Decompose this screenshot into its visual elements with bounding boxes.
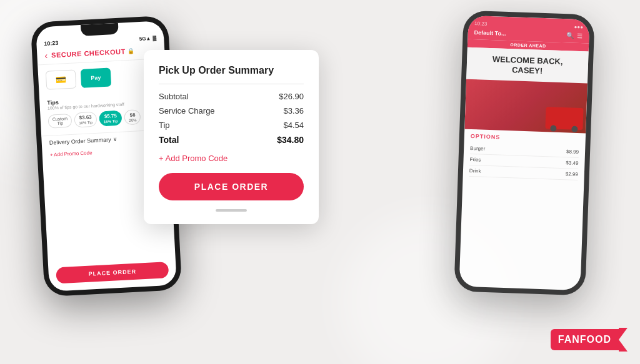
menu-item-1-price: $8.99 <box>566 149 579 155</box>
subtotal-row: Subtotal $26.90 <box>159 92 304 101</box>
tip-row: Tip $4.54 <box>159 121 304 130</box>
status-icons-left: 5G▲ ▓ <box>139 35 157 41</box>
right-status-bar: 10:23 ●●● <box>474 21 583 30</box>
place-order-button-left[interactable]: PLACE ORDER <box>56 262 169 283</box>
credit-card-option[interactable]: 💳 <box>46 69 77 89</box>
right-nav: Default To... 🔍 ☰ <box>474 29 583 39</box>
checkout-title: SECURE CHECKOUT <box>51 47 126 59</box>
tip-10-pct: 10% Tip <box>79 121 92 125</box>
menu-item-1-name: Burger <box>470 145 485 152</box>
battery-left: ▓ <box>152 35 156 41</box>
delivery-label-text: Delivery Order Summary <box>49 137 111 146</box>
tip-10-amount: $3.63 <box>79 114 92 121</box>
fanfood-label: FANFOOD <box>558 334 611 345</box>
tip-15-amount: $5.75 <box>103 113 118 119</box>
restaurant-image <box>464 79 588 134</box>
menu-items-list: Burger $8.99 Fries $3.49 Drink $2.99 <box>463 143 586 181</box>
delivery-summary-label: Delivery Order Summary ∨ <box>49 136 118 146</box>
back-button-left[interactable]: ‹ <box>44 51 48 61</box>
service-charge-value: $3.36 <box>283 106 304 116</box>
signal-left: 5G▲ <box>139 36 151 42</box>
right-phone: 10:23 ●●● Default To... 🔍 ☰ ORDER AHEAD … <box>454 10 595 295</box>
subtotal-label: Subtotal <box>159 92 189 101</box>
order-summary-title: Pick Up Order Summary <box>159 65 304 84</box>
welcome-text: WELCOME BACK,CASEY! <box>472 54 582 77</box>
tip-custom[interactable]: CustomTip <box>48 114 72 129</box>
food-truck-graphic <box>545 107 583 130</box>
right-nav-title: Default To... <box>474 29 506 37</box>
tip-value: $4.54 <box>283 121 304 130</box>
order-summary-card: Pick Up Order Summary Subtotal $26.90 Se… <box>144 50 319 224</box>
fanfood-triangle <box>619 328 628 352</box>
status-time-left: 10:23 <box>44 40 59 47</box>
total-value: $34.80 <box>277 135 304 145</box>
tip-10[interactable]: $3.63 10% Tip <box>74 112 97 128</box>
apple-pay-option[interactable]: Pay <box>81 67 112 87</box>
lock-icon: 🔒 <box>127 47 134 54</box>
welcome-section: WELCOME BACK,CASEY! <box>466 47 589 84</box>
right-status-icons: ●●● <box>574 24 583 31</box>
right-time: 10:23 <box>474 21 487 27</box>
search-icon-right[interactable]: 🔍 <box>566 32 574 39</box>
fanfood-logo: FANFOOD <box>551 328 628 352</box>
service-charge-label: Service Charge <box>159 106 215 116</box>
apple-pay-label: Pay <box>91 74 101 81</box>
tip-15-pct: 15% Tip <box>104 119 118 124</box>
tip-label: Tip <box>159 121 170 130</box>
menu-item-2-price: $3.49 <box>566 160 578 167</box>
service-charge-row: Service Charge $3.36 <box>159 106 304 116</box>
place-order-button-card[interactable]: PLACE ORDER <box>159 173 304 200</box>
tip-custom-label: CustomTip <box>52 116 68 125</box>
phone-notch <box>81 23 119 36</box>
tip-20-amount: $6 <box>129 112 136 118</box>
total-label: Total <box>159 135 179 145</box>
total-row: Total $34.80 <box>159 135 304 145</box>
card-icon: 💳 <box>56 74 67 85</box>
menu-item-2-name: Fries <box>469 157 481 163</box>
tip-20[interactable]: $6 20% <box>124 109 141 125</box>
tip-20-pct: 20% <box>129 118 136 122</box>
right-phone-screen: 10:23 ●●● Default To... 🔍 ☰ ORDER AHEAD … <box>459 16 589 291</box>
menu-icon-right[interactable]: ☰ <box>577 32 582 39</box>
right-nav-icons: 🔍 ☰ <box>566 32 582 39</box>
add-promo-card[interactable]: + Add Promo Code <box>159 154 304 163</box>
menu-item-3-price: $2.99 <box>566 172 578 178</box>
chevron-down-icon: ∨ <box>112 136 118 142</box>
tip-15[interactable]: $5.75 15% Tip <box>99 111 122 127</box>
menu-item-3-name: Drink <box>469 168 481 174</box>
home-indicator <box>216 209 247 212</box>
subtotal-value: $26.90 <box>279 92 304 101</box>
truck-wheel-left <box>550 125 556 132</box>
truck-wheel-right <box>571 126 578 132</box>
fanfood-flag: FANFOOD <box>551 329 619 350</box>
